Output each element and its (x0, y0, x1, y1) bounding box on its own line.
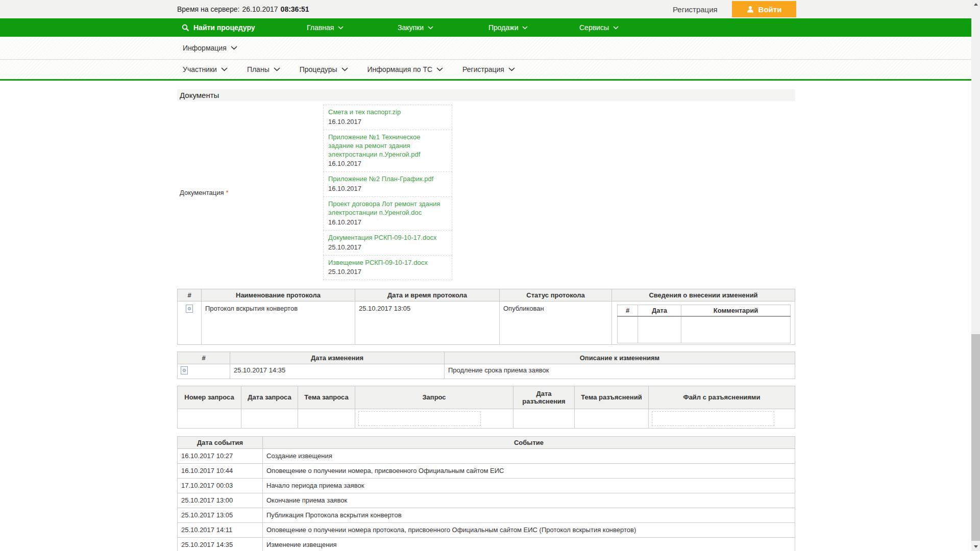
server-time-label: Время на сервере: (177, 5, 240, 13)
tertiary-nav-item[interactable]: Планы (247, 65, 280, 73)
requests-col-header: Запрос (355, 386, 513, 409)
requests-empty-row (178, 409, 795, 428)
search-procedure-button[interactable]: Найти процедуру (182, 18, 255, 37)
events-col-event: Событие (263, 436, 795, 448)
clarification-topic-cell (575, 409, 649, 428)
tertiary-nav-item[interactable]: Процедуры (300, 65, 348, 73)
main-nav-item[interactable]: Главная (307, 18, 398, 37)
registration-link[interactable]: Регистрация (673, 0, 718, 18)
event-row: 25.10.2017 13:05 Публикация Протокола вс… (178, 508, 795, 522)
tertiary-nav-item-label: Процедуры (300, 65, 337, 73)
event-row: 25.10.2017 14:11 Оповещение о получении … (178, 522, 795, 537)
tertiary-nav-item-label: Регистрация (462, 65, 504, 73)
change-icon-cell (178, 364, 230, 379)
chevron-down-icon (338, 26, 344, 30)
required-asterisk: * (226, 189, 229, 196)
protocols-col-changes: Сведения о внесении изменений (612, 289, 795, 302)
protocol-changes-table: # Дата Комментарий (617, 305, 791, 343)
scrollbar-up-button[interactable] (971, 0, 980, 9)
main-nav-item[interactable]: Продажи (488, 18, 579, 37)
request-date-cell (241, 409, 298, 428)
request-num-cell (178, 409, 241, 428)
requests-col-header: Номер запроса (178, 386, 241, 409)
requests-header-row: Номер запроса Дата запроса Тема запроса … (178, 386, 795, 409)
file-item: Смета и тех паспорт.zip 16.10.2017 (323, 105, 452, 130)
protocols-col-status: Статус протокола (500, 289, 612, 302)
event-row: 16.10.2017 10:27 Создание извещения (178, 448, 795, 463)
search-icon (182, 24, 189, 32)
server-time: Время на сервере: 26.10.2017 08:36:51 (177, 0, 309, 18)
chevron-down-icon (613, 26, 619, 30)
files-list: Смета и тех паспорт.zip 16.10.2017 Прило… (323, 105, 452, 280)
event-description: Публикация Протокола вскрытия конвертов (263, 508, 795, 522)
protocol-name: Протокол вскрытия конвертов (202, 302, 355, 345)
chevron-down-icon (274, 67, 280, 71)
document-icon[interactable] (181, 366, 188, 374)
nested-empty-cell (681, 316, 791, 343)
main-nav-item[interactable]: Сервисы (579, 18, 670, 37)
protocols-table: # Наименование протокола Дата и время пр… (177, 289, 795, 345)
event-date: 16.10.2017 10:27 (178, 448, 263, 463)
events-header-row: Дата события Событие (178, 436, 795, 448)
nested-col-num: # (618, 305, 638, 317)
event-date: 25.10.2017 14:35 (178, 537, 263, 551)
event-row: 16.10.2017 10:44 Оповещение о получении … (178, 463, 795, 478)
main-nav: Найти процедуру Главная Закупки (0, 18, 971, 37)
event-row: 25.10.2017 14:35 Изменение извещения (178, 537, 795, 551)
scrollbar[interactable] (971, 0, 980, 551)
documentation-field: Документация * Смета и тех паспорт.zip 1… (177, 105, 795, 280)
tertiary-nav-item[interactable]: Регистрация (462, 65, 515, 73)
event-description: Начало периода приема заявок (263, 478, 795, 493)
file-item: Документация РСКП-09-10-17.docx 25.10.20… (323, 230, 452, 256)
nav-item-information[interactable]: Информация (183, 44, 237, 52)
changes-table: # Дата изменения Описание к изменениям 2… (177, 352, 795, 379)
server-clock: 08:36:51 (281, 5, 309, 13)
empty-request-box (358, 411, 481, 426)
login-button[interactable]: Войти (732, 1, 796, 17)
changes-col-description: Описание к изменениям (445, 352, 795, 364)
main-nav-item[interactable]: Закупки (398, 18, 488, 37)
change-date: 25.10.2017 14:35 (230, 364, 445, 379)
event-description: Окончание приема заявок (263, 493, 795, 508)
main-nav-items: Главная Закупки Продажи (307, 18, 670, 37)
file-date: 25.10.2017 (328, 243, 447, 252)
document-icon[interactable] (186, 305, 193, 313)
tertiary-nav-item[interactable]: Информация по ТС (368, 65, 444, 73)
file-link[interactable]: Приложение №2 План-График.pdf (328, 175, 447, 184)
scrollbar-thumb[interactable] (971, 334, 980, 541)
events-table: Дата события Событие 16.10.2017 10:27 Со… (177, 436, 795, 551)
documents-section-title: Документы (177, 89, 795, 101)
file-item: Приложение №1 Техническое задание на рем… (323, 130, 452, 172)
tertiary-nav-item[interactable]: Участники (183, 65, 228, 73)
event-row: 17.10.2017 00:03 Начало периода приема з… (178, 478, 795, 493)
main-nav-item-label: Главная (307, 23, 334, 32)
event-date: 25.10.2017 13:00 (178, 493, 263, 508)
events-col-date: Дата события (178, 436, 263, 448)
file-link[interactable]: Извещение РСКП-09-10-17.docx (328, 259, 447, 267)
triangle-up-icon (974, 3, 978, 6)
event-date: 25.10.2017 13:05 (178, 508, 263, 522)
file-date: 16.10.2017 (328, 185, 447, 193)
nested-col-comment: Комментарий (681, 305, 791, 317)
protocol-row: Протокол вскрытия конвертов 25.10.2017 1… (178, 302, 795, 345)
protocols-col-datetime: Дата и время протокола (355, 289, 500, 302)
main-nav-item-label: Сервисы (579, 23, 609, 32)
request-text-cell (355, 409, 513, 428)
event-date: 16.10.2017 10:44 (178, 463, 263, 478)
file-link[interactable]: Смета и тех паспорт.zip (328, 108, 447, 117)
file-date: 16.10.2017 (328, 218, 447, 227)
event-date: 25.10.2017 14:11 (178, 522, 263, 537)
file-item: Извещение РСКП-09-10-17.docx 25.10.2017 (323, 255, 452, 281)
search-label: Найти процедуру (193, 23, 255, 32)
tertiary-nav-item-label: Информация по ТС (368, 65, 433, 73)
event-description: Изменение извещения (263, 537, 795, 551)
page: Время на сервере: 26.10.2017 08:36:51 Ре… (0, 0, 971, 551)
event-description: Оповещение о получении номера, присвоенн… (263, 463, 795, 478)
file-link[interactable]: Документация РСКП-09-10-17.docx (328, 234, 447, 242)
scrollbar-down-button[interactable] (971, 542, 980, 551)
file-link[interactable]: Приложение №1 Техническое задание на рем… (328, 133, 447, 159)
secondary-nav: Информация (0, 37, 971, 60)
file-link[interactable]: Проект договора Лот ремонт здания электр… (328, 200, 447, 217)
protocols-col-num: # (178, 289, 202, 302)
triangle-down-icon (974, 545, 978, 548)
